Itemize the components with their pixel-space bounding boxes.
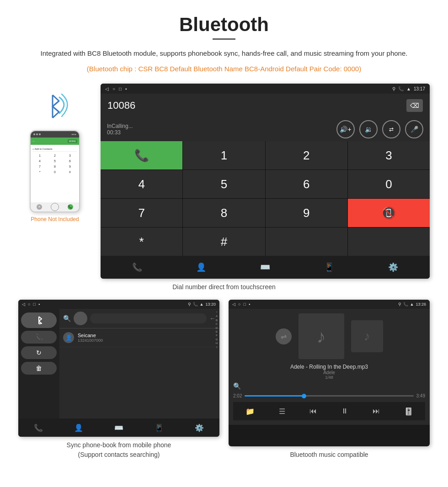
music-album-art: ♪ <box>299 313 344 359</box>
pb-alpha-A: A <box>216 314 218 318</box>
phone-content: + Add to Contacts 1 2 3 4 5 6 7 8 9 * 0 … <box>31 145 79 202</box>
pb-search-icon: 🔍 <box>63 315 71 322</box>
dial-nav-calls[interactable]: 📞 <box>132 262 142 272</box>
pb-call-btn[interactable]: 📞 <box>21 331 57 344</box>
pb-sync-btn[interactable]: ↻ <box>21 346 57 359</box>
phone-key-6: 6 <box>63 159 77 164</box>
bluetooth-icon-area <box>39 88 71 127</box>
dk-key[interactable]: 5 <box>183 170 265 198</box>
pb-nav-calls[interactable]: 📞 <box>34 423 43 432</box>
dk-key[interactable]: 3 <box>348 141 430 169</box>
music-eq-icon[interactable]: 🎚️ <box>404 407 413 416</box>
music-caption: Bluetooth music compatible <box>229 450 430 460</box>
phone-key-8: 8 <box>48 164 62 169</box>
pb-search-input[interactable] <box>90 313 207 323</box>
dialer-keypad: 123📞4560789📵*# <box>101 141 430 256</box>
music-progress-fill <box>245 395 304 397</box>
action-row: InCalling... 00:33 🔊+ 🔉 ⇄ 🎤 <box>101 117 430 141</box>
music-progress-dot <box>302 394 306 398</box>
dk-key[interactable] <box>266 228 347 256</box>
pb-alpha-H: H <box>216 341 218 345</box>
wifi-icon: ▲ <box>406 86 411 91</box>
pb-contact-row[interactable]: 👤 Seicane 13241007000 <box>59 328 219 347</box>
music-wifi-icon: ▲ <box>410 302 414 307</box>
phone-keypad: 1 2 3 4 5 6 7 8 9 * 0 # <box>32 153 77 175</box>
dk-key[interactable]: 0 <box>348 170 430 198</box>
music-recent-icon: □ <box>243 302 245 307</box>
vol-up-btn[interactable]: 🔊+ <box>336 120 355 138</box>
dial-nav-transfer[interactable]: 📱 <box>324 262 334 272</box>
music-progress-bar[interactable] <box>245 395 413 397</box>
music-play-icon[interactable]: ⏸ <box>341 407 348 415</box>
music-status-left: ◁ ○ □ ▪ <box>232 302 250 307</box>
music-loc-icon: ⚲ <box>398 302 401 307</box>
music-search-icon[interactable]: 🔍 <box>233 382 241 390</box>
phone-more-btn: MORE <box>68 139 77 143</box>
dial-nav-settings[interactable]: ⚙️ <box>388 262 398 272</box>
phone-mockup: ●●● ← MORE + Add to Contacts 1 2 3 4 5 6 <box>30 130 80 212</box>
dk-key[interactable]: 6 <box>266 170 347 198</box>
phone-dot-1 <box>33 133 35 135</box>
phone-bottom-bar: ✕ 📞 <box>31 202 79 212</box>
backspace-btn[interactable]: ⌫ <box>406 99 423 112</box>
pb-status-bar: ◁ ○ □ ▪ ⚲ 📞 ▲ 13:20 <box>18 300 219 309</box>
dk-key[interactable]: 9 <box>266 199 347 227</box>
dk-key[interactable]: 2 <box>266 141 347 169</box>
music-list-icon[interactable]: ☰ <box>279 407 285 416</box>
phone-key-5: 5 <box>48 159 62 164</box>
dk-key[interactable]: 7 <box>101 199 182 227</box>
phone-status-dots <box>33 133 41 135</box>
pb-time: 13:20 <box>205 302 216 307</box>
pb-alpha-C: C <box>216 322 218 326</box>
dial-nav-keypad[interactable]: ⌨️ <box>260 262 270 272</box>
mic-btn[interactable]: 🎤 <box>405 120 423 138</box>
screen-transfer-btn[interactable]: ⇄ <box>382 120 400 138</box>
pb-nav-keypad[interactable]: ⌨️ <box>114 423 123 432</box>
pb-nav-settings[interactable]: ⚙️ <box>195 423 204 432</box>
dk-key[interactable] <box>348 228 430 256</box>
music-shuffle-btn[interactable]: ⇌ <box>276 328 292 344</box>
pb-nav-contacts[interactable]: 👤 <box>74 423 83 432</box>
phone-hangup-icon: ✕ <box>37 204 42 210</box>
music-status-bar: ◁ ○ □ ▪ ⚲ 📞 ▲ 13:26 <box>229 300 430 309</box>
pb-alpha-F: F <box>216 333 218 337</box>
music-note-icon: ♪ <box>317 326 326 347</box>
music-prev-icon[interactable]: ⏮ <box>309 407 317 415</box>
call-status-icon: 📞 <box>398 86 404 91</box>
dk-key[interactable]: # <box>183 228 265 256</box>
pb-call-icon: 📞 <box>193 302 198 307</box>
incalling-info: InCalling... 00:33 <box>107 123 133 136</box>
phone-dot-2 <box>36 133 38 135</box>
music-call-icon: 📞 <box>403 302 408 307</box>
android-status-left: ◁ ○ □ ▪ <box>105 86 127 91</box>
dk-key[interactable]: 8 <box>183 199 265 227</box>
music-next-icon[interactable]: ⏭ <box>373 407 380 415</box>
pb-bluetooth-icon <box>34 315 44 325</box>
vol-down-btn[interactable]: 🔉 <box>359 120 378 138</box>
bottom-screenshots: ◁ ○ □ ▪ ⚲ 📞 ▲ 13:20 <box>18 300 430 460</box>
page-container: Bluetooth Integrated with BC8 Bluetooth … <box>0 0 448 473</box>
dk-key[interactable]: 1 <box>183 141 265 169</box>
pb-wifi-icon: ▲ <box>200 302 204 307</box>
page-title: Bluetooth <box>18 14 430 36</box>
music-folder-icon[interactable]: 📁 <box>245 407 255 416</box>
dk-key[interactable]: 📵 <box>348 199 430 227</box>
phone-green-bar: ← MORE <box>31 138 79 145</box>
phone-call-icon: 📞 <box>68 204 73 210</box>
dk-key[interactable]: 4 <box>101 170 182 198</box>
music-time-total: 3:49 <box>416 393 425 398</box>
pb-bluetooth-btn[interactable] <box>21 312 57 328</box>
music-item: ◁ ○ □ ▪ ⚲ 📞 ▲ 13:26 ⇌ <box>229 300 430 460</box>
pb-delete-btn[interactable]: 🗑 <box>21 362 57 375</box>
description: Integrated with BC8 Bluetooth module, su… <box>18 48 430 59</box>
pb-contact-phone: 13241007000 <box>78 338 216 343</box>
incalling-label: InCalling... <box>107 123 133 129</box>
pb-nav-transfer[interactable]: 📱 <box>155 423 164 432</box>
title-divider <box>213 38 235 40</box>
dial-nav-contacts[interactable]: 👤 <box>196 262 206 272</box>
music-album-area: ⇌ ♪ ♪ <box>233 313 425 359</box>
dk-key[interactable]: 📞 <box>101 141 182 169</box>
pb-alpha-G: G <box>216 338 218 341</box>
music-artist: Adele <box>290 370 368 375</box>
dk-key[interactable]: * <box>101 228 182 256</box>
